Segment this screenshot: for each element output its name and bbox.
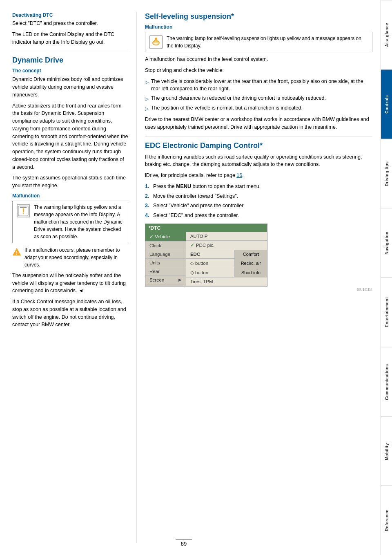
idrive-menu-items: Vehicle Clock Language Units Rear Screen…: [145, 232, 267, 286]
edc-text2: iDrive, for principle details, refer to …: [145, 172, 372, 179]
concept-para3: The system assumes operational status ea…: [12, 174, 128, 190]
dd-warning-box: ! The warning lamp lights up yellow and …: [12, 201, 128, 243]
idrive-recirc: Recirc. air: [234, 259, 267, 268]
idrive-item-screen: Screen ▶: [145, 276, 186, 284]
caution-box: ! If a malfunction occurs, please rememb…: [12, 246, 128, 269]
edc-steps: 1. Press the MENU button to open the sta…: [145, 183, 372, 219]
sidebar-tab-controls[interactable]: Controls: [381, 69, 392, 139]
edc-section: EDC Electronic Damping Control* If the i…: [145, 141, 372, 292]
page-number: 89: [176, 541, 192, 547]
svg-rect-5: [149, 36, 163, 49]
dynamic-drive-heading: Dynamic Drive: [12, 56, 128, 65]
sl-warning-icon: [149, 35, 163, 49]
idrive-item-language: Language: [145, 250, 186, 259]
sidebar-tab-communications[interactable]: Communications: [381, 347, 392, 416]
svg-rect-2: [20, 206, 27, 208]
dd-warning-text: The warning lamp lights up yellow and a …: [34, 204, 125, 240]
arrow-icon: ▷: [145, 95, 149, 103]
sl-malfunction-heading: Malfunction: [145, 24, 372, 30]
separator: [12, 51, 128, 51]
idrive-item-rear: Rear: [145, 267, 186, 276]
arrow-icon: ▷: [145, 78, 149, 86]
idrive-edc-item: EDC: [186, 250, 234, 259]
warning-lamp-icon: !: [17, 204, 30, 217]
self-leveling-section: Self-leveling suspension* Malfunction: [145, 12, 372, 131]
sl-text3: Drive to the nearest BMW center or a wor…: [145, 116, 372, 131]
idrive-button-row1: ◇ button Recirc. air: [186, 259, 267, 268]
sidebar-tab-navigation[interactable]: Navigation: [381, 208, 392, 278]
sl-text2: Stop driving and check the vehicle:: [145, 67, 372, 74]
caution-text: If a malfunction occurs, please remember…: [24, 246, 128, 269]
idrive-shortinfo: Short info: [234, 268, 267, 278]
deactivating-dtc-heading: Deactivating DTC: [12, 12, 128, 18]
edc-heading: EDC Electronic Damping Control*: [145, 141, 372, 150]
end-symbol: ◄: [78, 288, 83, 293]
idrive-title-bar: *DTC: [145, 224, 267, 232]
list-item: 2. Move the controller toward "Settings"…: [145, 192, 372, 200]
list-item: ▷ The ground clearance is reduced or the…: [145, 94, 372, 103]
left-column: Deactivating DTC Select "DTC" and press …: [12, 12, 136, 543]
dd-malfunction-text2: If a Check Control message indicates an …: [12, 298, 128, 329]
sl-warning-text: The warning lamp for self-leveling suspe…: [167, 35, 369, 49]
idrive-right-autop: AUTO P: [186, 232, 267, 241]
sl-warning-box: The warning lamp for self-leveling suspe…: [145, 32, 372, 52]
idrive-tires: Tires: TPM: [186, 278, 267, 286]
idrive-right-pdc: ✓ PDC pic.: [186, 241, 267, 250]
svg-text:!: !: [16, 250, 18, 256]
warning-icon: !: [16, 204, 31, 218]
list-item: 3. Select "Vehicle" and press the contro…: [145, 202, 372, 210]
deactivating-dtc-section: Deactivating DTC Select "DTC" and press …: [12, 12, 128, 46]
sidebar-tab-entertainment[interactable]: Entertainment: [381, 278, 392, 347]
sidebar-tab-at-a-glance[interactable]: At a glance: [381, 0, 392, 69]
idrive-item-clock: Clock: [145, 242, 186, 250]
idrive-left-panel: Vehicle Clock Language Units Rear Screen…: [145, 232, 186, 286]
concept-heading: The concept: [12, 68, 128, 74]
idrive-right-panel: AUTO P ✓ PDC pic. EDC Comfort: [186, 232, 267, 286]
sidebar-tab-driving-tips[interactable]: Driving tips: [381, 139, 392, 208]
deactivating-dtc-text1: Select "DTC" and press the controller.: [12, 20, 128, 27]
concept-para2: Active stabilizers at the front and rear…: [12, 102, 128, 171]
right-column: Self-leveling suspension* Malfunction: [136, 12, 372, 543]
sidebar: At a glance Controls Driving tips Naviga…: [381, 0, 392, 555]
idrive-button-row2: ◇ button Short info: [186, 268, 267, 278]
list-item: ▷ The position of the vehicle is normal,…: [145, 104, 372, 112]
caution-triangle-icon: !: [12, 247, 21, 257]
dd-malfunction-text1: The suspension will be noticeably softer…: [12, 272, 128, 295]
sl-text1: A malfunction has occurred in the level …: [145, 56, 372, 63]
dd-malfunction-heading: Malfunction: [12, 193, 128, 199]
self-leveling-heading: Self-leveling suspension*: [145, 12, 372, 21]
list-item: 4. Select "EDC" and press the controller…: [145, 212, 372, 219]
svg-text:!: !: [22, 206, 24, 215]
list-item: 1. Press the MENU button to open the sta…: [145, 183, 372, 190]
idrive-item-units: Units: [145, 259, 186, 267]
idrive-link[interactable]: 16: [236, 172, 242, 178]
list-item: ▷ The vehicle is considerably lower at t…: [145, 78, 372, 93]
idrive-comfort: Comfort: [234, 250, 267, 259]
edc-text1: If the influencing variables such as roa…: [145, 153, 372, 169]
sidebar-tab-reference[interactable]: Reference: [381, 486, 392, 555]
idrive-right-edc-row: EDC Comfort: [186, 250, 267, 259]
sl-bullet-list: ▷ The vehicle is considerably lower at t…: [145, 78, 372, 113]
sidebar-tab-mobility[interactable]: Mobility: [381, 416, 392, 486]
separator2: [145, 136, 372, 137]
deactivating-dtc-text2: The LED on the Control Display and the D…: [12, 31, 128, 46]
arrow-icon: ▷: [145, 105, 149, 112]
idrive-menu-screenshot: *DTC Vehicle Clock Language Units Rear S…: [145, 224, 267, 286]
image-number: tn01t1bs: [145, 287, 372, 292]
idrive-item-vehicle: Vehicle: [145, 232, 186, 242]
page-number-area: 89: [176, 539, 192, 547]
idrive-button1: ◇ button: [186, 259, 234, 268]
idrive-button2: ◇ button: [186, 268, 234, 278]
concept-para1: Dynamic Drive minimizes body roll and op…: [12, 76, 128, 98]
svg-point-10: [155, 38, 157, 40]
